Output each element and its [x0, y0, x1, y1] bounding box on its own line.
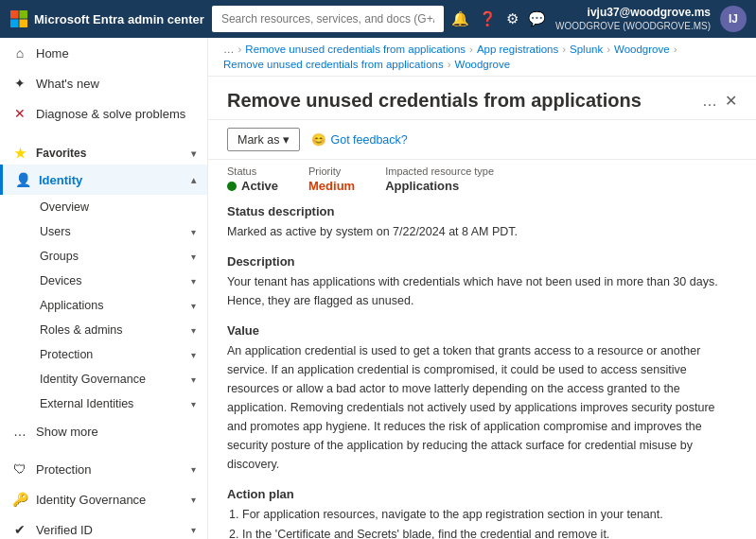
sidebar-item-overview[interactable]: Overview: [28, 195, 207, 219]
sidebar: ⌂ Home ✦ What's new ✕ Diagnose & solve p…: [0, 38, 208, 539]
sidebar-item-protection2[interactable]: 🛡 Protection ▾: [0, 454, 207, 484]
devices-chevron-icon: ▾: [191, 276, 196, 287]
top-search-container: [212, 6, 444, 32]
resource-type-col: Impacted resource type Applications: [385, 165, 494, 193]
status-row: Status Active Priority Medium Impacted r…: [208, 160, 756, 195]
users-chevron-icon: ▾: [191, 227, 196, 237]
user-email: ivju37@woodgrove.ms: [555, 6, 711, 21]
roles-chevron-icon: ▾: [191, 325, 196, 336]
action-plan-items: For application resources, navigate to t…: [227, 505, 737, 539]
breadcrumb-link-6[interactable]: Woodgrove: [455, 59, 511, 70]
breadcrumb: … › Remove unused credentials from appli…: [208, 38, 756, 77]
sidebar-label-favorites: Favorites: [36, 147, 86, 160]
value-heading: Value: [227, 323, 737, 338]
protection-icon: 🛡: [11, 461, 28, 477]
status-label: Status: [227, 165, 278, 177]
sidebar-label-ig2: Identity Governance: [36, 493, 146, 507]
avatar[interactable]: IJ: [720, 6, 747, 32]
status-desc-section: Status description Marked as active by s…: [208, 195, 756, 251]
breadcrumb-link-2[interactable]: App registrations: [477, 43, 558, 55]
sidebar-label-roles: Roles & admins: [40, 323, 123, 337]
breadcrumb-ellipsis: …: [223, 43, 235, 55]
microsoft-logo-icon: [9, 9, 28, 28]
sidebar-item-ig2[interactable]: 🔑 Identity Governance ▾: [0, 484, 207, 514]
sidebar-item-applications[interactable]: Applications ▾: [28, 293, 207, 318]
sidebar-item-protection-sub[interactable]: Protection ▾: [28, 342, 207, 367]
topbar: Microsoft Entra admin center 🔔 ❓ ⚙ 💬 ivj…: [0, 0, 756, 38]
top-search-input[interactable]: [212, 6, 444, 32]
sidebar-item-external-identities[interactable]: External Identities ▾: [28, 391, 207, 416]
ig-icon: 🔑: [11, 492, 28, 507]
sidebar-item-home[interactable]: ⌂ Home: [0, 38, 207, 68]
description-heading: Description: [227, 254, 737, 269]
sidebar-label-applications: Applications: [40, 299, 103, 312]
star-icon: ✦: [11, 76, 28, 91]
status-col: Status Active: [227, 165, 278, 193]
svg-rect-3: [20, 20, 28, 28]
bell-icon[interactable]: 🔔: [451, 10, 469, 27]
mark-as-button[interactable]: Mark as ▾: [227, 128, 300, 151]
sidebar-item-devices[interactable]: Devices ▾: [28, 269, 207, 293]
protection2-chevron-icon: ▾: [191, 464, 196, 475]
panel-toolbar: Mark as ▾ 😊 Got feedback?: [208, 120, 756, 160]
favorites-star-icon: ★: [11, 146, 28, 161]
brand-name: Microsoft Entra admin center: [34, 12, 204, 26]
diagnose-icon: ✕: [11, 106, 28, 121]
chat-icon[interactable]: 💬: [528, 10, 546, 27]
value-section: Value An application credential is used …: [208, 320, 756, 483]
ext-id-chevron-icon: ▾: [191, 399, 196, 409]
sidebar-label-ext-id: External Identities: [40, 397, 133, 410]
resource-type-value: Applications: [385, 179, 494, 193]
breadcrumb-link-5[interactable]: Remove unused credentials from applicati…: [223, 59, 444, 70]
ig-sub-chevron-icon: ▾: [191, 374, 196, 385]
settings-icon[interactable]: ⚙: [506, 10, 519, 27]
sidebar-label-protection2: Protection: [36, 462, 92, 477]
sidebar-label-protection-sub: Protection: [40, 348, 93, 361]
status-dot-icon: [227, 182, 237, 191]
sidebar-item-users[interactable]: Users ▾: [28, 219, 207, 244]
verified-id-chevron-icon: ▾: [191, 525, 196, 535]
sidebar-label-show-more: Show more: [36, 425, 98, 439]
action-plan-section: Action plan For application resources, n…: [208, 483, 756, 539]
question-icon[interactable]: ❓: [479, 10, 497, 27]
sidebar-item-show-more[interactable]: … Show more: [0, 416, 207, 446]
mark-as-chevron-icon: ▾: [283, 132, 290, 147]
protection-sub-chevron-icon: ▾: [191, 350, 196, 360]
sidebar-item-whats-new[interactable]: ✦ What's new: [0, 68, 207, 98]
sidebar-item-diagnose[interactable]: ✕ Diagnose & solve problems: [0, 98, 207, 129]
status-desc-text: Marked as active by system on 7/22/2024 …: [227, 222, 737, 241]
identity-submenu: Overview Users ▾ Groups ▾ Devices ▾ Appl…: [0, 195, 207, 416]
breadcrumb-link-4[interactable]: Woodgrove: [614, 43, 670, 55]
identity-chevron-icon: ▴: [191, 175, 196, 185]
close-icon[interactable]: ✕: [725, 92, 737, 110]
brand-logo: Microsoft Entra admin center: [9, 9, 204, 28]
feedback-button[interactable]: 😊 Got feedback?: [311, 132, 407, 147]
priority-value: Medium: [308, 179, 355, 193]
content-area: … › Remove unused credentials from appli…: [208, 38, 756, 539]
value-text: An application credential is used to get…: [227, 341, 737, 474]
verified-icon: ✔: [11, 522, 28, 537]
sidebar-favorites-header: ★ Favorites ▾: [0, 136, 207, 165]
action-plan-heading: Action plan: [227, 487, 737, 501]
sidebar-label-ig-sub: Identity Governance: [40, 373, 146, 386]
topbar-icons: 🔔 ❓ ⚙ 💬 ivju37@woodgrove.ms WOODGROVE (W…: [451, 6, 747, 33]
sidebar-label-users: Users: [40, 225, 71, 238]
sidebar-label-overview: Overview: [40, 200, 89, 214]
identity-icon: 👤: [14, 172, 31, 187]
action-plan-item-1: For application resources, navigate to t…: [242, 505, 737, 525]
sidebar-item-identity[interactable]: 👤 Identity ▴: [0, 165, 207, 195]
breadcrumb-link-3[interactable]: Splunk: [570, 43, 603, 55]
breadcrumb-link-1[interactable]: Remove unused credentials from applicati…: [245, 43, 466, 55]
panel-options-icon[interactable]: …: [702, 93, 717, 110]
groups-chevron-icon: ▾: [191, 252, 196, 262]
sidebar-item-roles[interactable]: Roles & admins ▾: [28, 318, 207, 342]
mark-as-label: Mark as: [237, 133, 279, 147]
sidebar-item-groups[interactable]: Groups ▾: [28, 244, 207, 269]
svg-rect-0: [10, 10, 19, 19]
sidebar-label-devices: Devices: [40, 274, 81, 287]
description-section: Description Your tenant has applications…: [208, 251, 756, 320]
sidebar-item-identity-governance-sub[interactable]: Identity Governance ▾: [28, 367, 207, 391]
page-title: Remove unused credentials from applicati…: [227, 90, 642, 112]
sidebar-item-verified-id[interactable]: ✔ Verified ID ▾: [0, 514, 207, 539]
more-icon: …: [11, 424, 28, 439]
